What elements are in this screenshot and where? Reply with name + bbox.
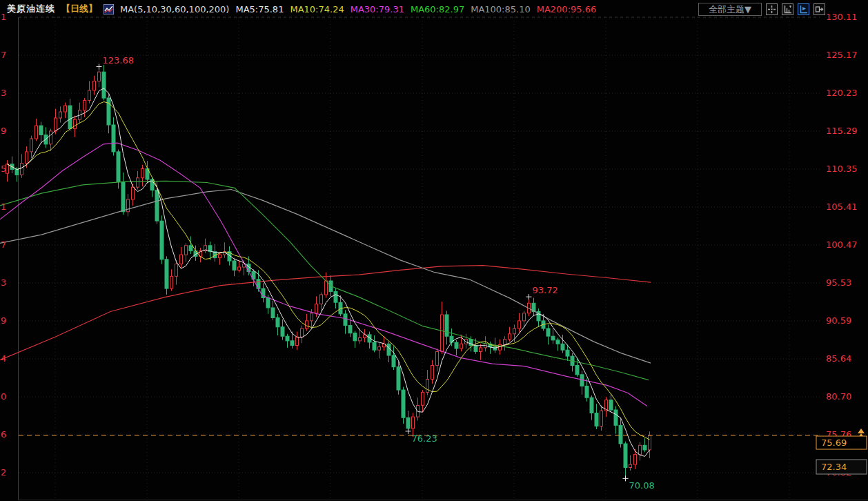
ma200-value: MA200:95.66 xyxy=(537,4,597,14)
svg-text:7: 7 xyxy=(1,50,6,60)
price-up-arrow-icon xyxy=(858,429,865,433)
mini-line-chart-icon xyxy=(103,4,114,14)
grid xyxy=(18,17,868,500)
ma60-line xyxy=(0,181,649,380)
cross-marker xyxy=(406,429,411,434)
theme-selector-button[interactable]: 全部主题▼ xyxy=(698,3,762,16)
svg-text:0: 0 xyxy=(1,391,6,402)
svg-text:9: 9 xyxy=(1,315,6,326)
svg-text:125.17: 125.17 xyxy=(826,50,858,60)
cross-marker xyxy=(623,475,629,481)
svg-text:72.34: 72.34 xyxy=(821,462,847,472)
svg-text:100.47: 100.47 xyxy=(826,239,858,250)
svg-text:75.69: 75.69 xyxy=(821,438,847,448)
svg-text:5: 5 xyxy=(1,164,6,174)
cross-marker xyxy=(97,64,102,70)
last-price-badge: 75.69 xyxy=(816,436,867,449)
svg-text:115.29: 115.29 xyxy=(826,126,858,136)
svg-text:3: 3 xyxy=(1,277,6,288)
svg-text:3: 3 xyxy=(1,88,6,98)
svg-text:110.35: 110.35 xyxy=(826,164,858,174)
svg-text:76.23: 76.23 xyxy=(412,433,437,444)
svg-text:95.53: 95.53 xyxy=(826,277,851,288)
ma30-line xyxy=(0,143,647,406)
chart-header: 美原油连续 【日线】 MA(5,10,30,60,100,200) MA5:75… xyxy=(0,0,868,18)
svg-text:1: 1 xyxy=(1,202,6,212)
period-tag: 【日线】 xyxy=(61,3,97,15)
ma60-value: MA60:82.97 xyxy=(411,4,464,14)
svg-text:105.41: 105.41 xyxy=(826,202,858,212)
ma-params-label: MA(5,10,30,60,100,200) xyxy=(120,4,229,14)
secondary-price-badge: 72.34 xyxy=(816,460,867,474)
symbol-title: 美原油连续 xyxy=(7,3,55,15)
left-axis-scale-icon[interactable] xyxy=(782,3,793,15)
svg-text:80.70: 80.70 xyxy=(826,391,851,402)
ma200-line xyxy=(0,266,651,360)
svg-text:123.68: 123.68 xyxy=(103,55,135,66)
cross-marker xyxy=(526,294,532,299)
right-axis-scale-icon[interactable] xyxy=(798,3,809,15)
svg-text:7: 7 xyxy=(1,239,6,250)
svg-text:85.64: 85.64 xyxy=(826,353,851,364)
header-controls: 全部主题▼ xyxy=(698,3,868,16)
svg-text:93.72: 93.72 xyxy=(533,285,558,295)
svg-text:9: 9 xyxy=(1,126,6,136)
chart-window: 130.111125.177120.233115.299110.355105.4… xyxy=(0,0,868,501)
svg-text:4: 4 xyxy=(1,353,6,364)
svg-text:6: 6 xyxy=(1,429,6,440)
svg-text:70.08: 70.08 xyxy=(629,480,655,491)
ma100-value: MA100:85.10 xyxy=(471,4,531,14)
pan-to-latest-icon[interactable] xyxy=(813,3,825,15)
last-price-line xyxy=(19,429,865,438)
ma30-value: MA30:79.31 xyxy=(351,4,404,14)
ma10-value: MA10:74.24 xyxy=(290,4,344,14)
candle-series xyxy=(6,65,651,478)
pan-crosshair-icon[interactable] xyxy=(766,3,778,15)
svg-text:2: 2 xyxy=(1,467,6,478)
svg-text:120.23: 120.23 xyxy=(826,88,858,98)
ma-lines xyxy=(0,88,651,456)
ma10-line xyxy=(8,102,650,440)
candlestick-chart[interactable]: 130.111125.177120.233115.299110.355105.4… xyxy=(0,0,868,501)
ma5-value: MA5:75.81 xyxy=(235,4,284,14)
svg-text:90.59: 90.59 xyxy=(826,315,851,326)
